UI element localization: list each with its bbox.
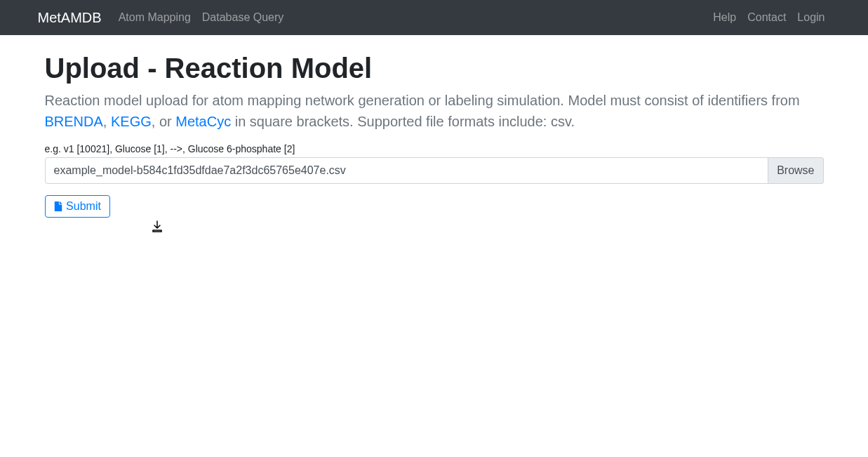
description-text-2: in square brackets. Supported file forma… (231, 114, 575, 129)
navbar-right-nav: Help Contact Login (707, 11, 830, 24)
nav-contact[interactable]: Contact (742, 6, 792, 29)
description-sep-1: , (103, 114, 111, 129)
page-title: Upload - Reaction Model (45, 53, 824, 84)
navbar-container: MetAMDB Atom Mapping Database Query Help… (27, 10, 841, 26)
navbar-brand[interactable]: MetAMDB (38, 10, 102, 26)
nav-atom-mapping[interactable]: Atom Mapping (113, 6, 196, 29)
file-input[interactable]: example_model-b584c1fd35dfdae7a2f3dc6576… (45, 157, 769, 184)
submit-button[interactable]: Submit (45, 195, 110, 218)
description-sep-2: , or (152, 114, 175, 129)
page-description: Reaction model upload for atom mapping n… (45, 90, 824, 132)
link-brenda[interactable]: BRENDA (45, 114, 103, 129)
link-metacyc[interactable]: MetaCyc (175, 114, 231, 129)
navbar: MetAMDB Atom Mapping Database Query Help… (0, 0, 868, 35)
link-kegg[interactable]: KEGG (111, 114, 152, 129)
submit-button-label: Submit (66, 200, 101, 213)
nav-login[interactable]: Login (792, 6, 830, 29)
main-container: Upload - Reaction Model Reaction model u… (34, 35, 834, 218)
browse-button[interactable]: Browse (768, 157, 823, 184)
file-input-label: e.g. v1 [10021], Glucose [1], -->, Gluco… (45, 143, 824, 154)
nav-help[interactable]: Help (707, 6, 742, 29)
description-text-1: Reaction model upload for atom mapping n… (45, 93, 800, 108)
navbar-left-nav: Atom Mapping Database Query (113, 11, 708, 24)
file-input-group: example_model-b584c1fd35dfdae7a2f3dc6576… (45, 157, 824, 184)
file-icon (54, 201, 62, 211)
nav-database-query[interactable]: Database Query (196, 6, 290, 29)
